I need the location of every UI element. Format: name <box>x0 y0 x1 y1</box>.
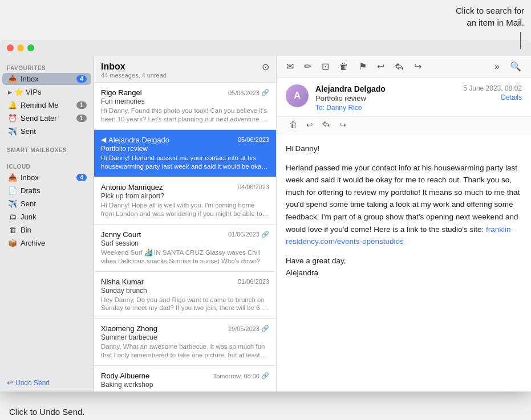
search-button[interactable]: 🔍 <box>507 59 524 74</box>
msg-date: 05/06/2023 <box>228 89 260 96</box>
inline-reply-all-button[interactable] <box>319 119 334 131</box>
sidebar-item-icloud-sent[interactable]: ✈️ Sent <box>2 198 91 210</box>
inline-reply-button[interactable]: ↩ <box>303 119 317 131</box>
reading-pane: ✉ ✏ ⊡ 🗑 ⚑ ↩ ↪ » 🔍 A Alejandra Delgado <box>277 56 531 392</box>
icloud-inbox-badge: 4 <box>76 174 87 181</box>
msg-sender: Alejandra Delgado <box>108 136 169 144</box>
sidebar-item-vips[interactable]: ▶ ⭐ VIPs <box>2 86 91 98</box>
details-link[interactable]: Details <box>463 93 522 101</box>
new-message-button[interactable]: ✉ <box>283 59 297 74</box>
send-later-icon: ⏰ <box>8 114 17 123</box>
msg-subject: Surf session <box>101 239 269 247</box>
bin-icon: 🗑 <box>8 226 17 234</box>
message-body: Hi Danny! Herland passed me your contact… <box>277 133 531 392</box>
sidebar-item-label: Inbox <box>21 75 73 83</box>
msg-sender: Jenny Court <box>101 230 141 239</box>
list-item[interactable]: Xiaomeng Zhong 29/05/2023 🔗 Summer barbe… <box>94 319 276 366</box>
sidebar-item-icloud-inbox[interactable]: 📥 Inbox 4 <box>2 172 91 184</box>
msg-date: 01/06/2023 <box>238 278 269 285</box>
msg-preview: Danny, What an awesome barbecue. It was … <box>101 342 269 360</box>
sender-avatar: A <box>286 84 309 107</box>
mailbox-subtitle: 44 messages, 4 unread <box>101 72 167 79</box>
body-paragraph: Herland passed me your contact info at h… <box>286 162 522 248</box>
sidebar-item-send-later[interactable]: ⏰ Send Later 1 <box>2 112 91 124</box>
sidebar-item-bin[interactable]: 🗑 Bin <box>2 224 91 236</box>
msg-date: 29/05/2023 <box>228 325 260 332</box>
app-window: Favourites 📥 Inbox 4 ▶ ⭐ VIPs 🔔 Remind M… <box>0 56 531 392</box>
close-button[interactable] <box>7 44 14 51</box>
msg-date: 01/06/2023 <box>228 231 260 238</box>
msg-sender: Rody Albuerne <box>101 372 149 380</box>
more-button[interactable]: » <box>492 60 502 74</box>
to-recipient: Danny Rico <box>326 104 362 112</box>
msg-subject: Portfolio review <box>101 145 269 153</box>
sidebar-item-junk[interactable]: 🗂 Junk <box>2 211 91 223</box>
undo-send-button[interactable]: ↩ Undo Send <box>0 374 94 392</box>
junk-button[interactable]: ⚑ <box>356 59 370 74</box>
maximize-button[interactable] <box>27 44 34 51</box>
archive-button[interactable]: ⊡ <box>319 59 332 74</box>
icloud-label: iCloud <box>0 159 94 171</box>
message-list: Inbox 44 messages, 4 unread ⊙ Rigo Range… <box>94 56 277 392</box>
icloud-inbox-icon: 📥 <box>8 173 17 182</box>
msg-preview: Hi Danny! Herland passed me your contact… <box>101 154 269 171</box>
minimize-button[interactable] <box>17 44 24 51</box>
list-item[interactable]: Rigo Rangel 05/06/2023 🔗 Fun memories Hi… <box>94 83 276 130</box>
msg-preview: Hi Danny, Found this photo you took! Can… <box>101 107 269 124</box>
message-subject: Portfolio review <box>315 94 456 103</box>
msg-date: 04/06/2023 <box>238 184 269 190</box>
sidebar: Favourites 📥 Inbox 4 ▶ ⭐ VIPs 🔔 Remind M… <box>0 56 94 392</box>
msg-sender: Antonio Manriquez <box>101 183 163 191</box>
sidebar-item-inbox[interactable]: 📥 Inbox 4 <box>2 73 91 85</box>
sidebar-item-label: Sent <box>21 199 87 208</box>
sidebar-item-sent[interactable]: ✈️ Sent <box>2 125 91 137</box>
list-item[interactable]: Rody Albuerne Tomorrow, 08:00 🔗 Baking w… <box>94 366 276 392</box>
remind-badge: 1 <box>76 101 87 109</box>
list-item[interactable]: Jenny Court 01/06/2023 🔗 Surf session We… <box>94 225 276 272</box>
sent-icon: ✈️ <box>8 127 17 136</box>
list-item[interactable]: Antonio Manriquez 04/06/2023 Pick up fro… <box>94 177 276 225</box>
reply-all-button[interactable] <box>392 61 407 72</box>
msg-subject: Baking workshop <box>101 381 269 389</box>
msg-preview: Hi Danny! Hope all is well with you. I'm… <box>101 201 269 218</box>
list-item[interactable]: ◀ Alejandra Delgado 05/06/2023 Portfolio… <box>94 130 276 177</box>
message-date: 5 June 2023, 08:02 <box>463 84 522 92</box>
sidebar-item-drafts[interactable]: 📄 Drafts <box>2 185 91 197</box>
inbox-icon: 📥 <box>8 75 17 83</box>
sidebar-item-label: Inbox <box>21 173 73 182</box>
message-list-header: Inbox 44 messages, 4 unread ⊙ <box>94 56 276 83</box>
msg-subject: Sunday brunch <box>101 287 269 295</box>
msg-subject: Summer barbecue <box>101 333 269 341</box>
archive-icon: 📦 <box>8 239 17 247</box>
list-item[interactable]: Nisha Kumar 01/06/2023 Sunday brunch Hey… <box>94 272 276 319</box>
attachment-icon: 🔗 <box>261 372 269 380</box>
msg-preview: Hey Danny, Do you and Rigo want to come … <box>101 296 269 313</box>
sidebar-item-archive[interactable]: 📦 Archive <box>2 237 91 249</box>
reading-toolbar: ✉ ✏ ⊡ 🗑 ⚑ ↩ ↪ » 🔍 <box>277 56 531 78</box>
mailbox-title: Inbox <box>101 62 167 72</box>
star-icon: ⭐ <box>14 88 23 96</box>
msg-sender: Nisha Kumar <box>101 278 144 286</box>
message-header: A Alejandra Delgado Portfolio review To:… <box>277 78 531 117</box>
attachment-icon: 🔗 <box>261 231 269 238</box>
sidebar-item-label: Junk <box>21 213 87 221</box>
message-meta: Alejandra Delgado Portfolio review To: D… <box>315 84 456 112</box>
inline-toolbar: 🗑 ↩ ↪ <box>277 117 531 133</box>
filter-icon[interactable]: ⊙ <box>262 62 269 72</box>
msg-preview: Weekend Surf 🏄 IN SANTA CRUZ Glassy wave… <box>101 248 269 266</box>
sidebar-item-remind-me[interactable]: 🔔 Remind Me 1 <box>2 99 91 111</box>
reply-button[interactable]: ↩ <box>374 59 387 74</box>
attachment-icon: 🔗 <box>261 89 269 96</box>
inline-delete-button[interactable]: 🗑 <box>286 119 301 131</box>
undo-send-icon: ↩ <box>7 378 13 387</box>
forward-button[interactable]: ↪ <box>411 59 424 74</box>
inline-forward-button[interactable]: ↪ <box>336 119 350 131</box>
sidebar-item-label: Sent <box>21 127 87 136</box>
title-bar <box>0 40 531 56</box>
compose-button[interactable]: ✏ <box>301 59 314 74</box>
undo-send-label: Undo Send <box>15 379 50 387</box>
delete-button[interactable]: 🗑 <box>337 60 351 74</box>
annotation-top-text: Click to search for an item in Mail. <box>456 6 524 27</box>
annotation-top: Click to search for an item in Mail. <box>377 0 531 33</box>
msg-date: Tomorrow, 08:00 <box>213 373 260 380</box>
